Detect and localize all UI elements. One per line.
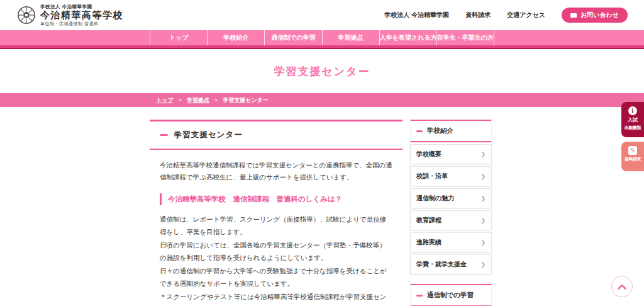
body-line: 日々の通信制の学習から大学等への受験勉強まで十分な指導を受けることができる画期的… <box>160 264 392 290</box>
chevron-right-icon: ❯ <box>480 261 486 268</box>
breadcrumb-separator: > <box>214 97 218 103</box>
material-request-label: 資料請求 <box>625 156 641 162</box>
heading-dash-icon <box>160 134 168 136</box>
nav-item-prospective-students[interactable]: 入学を希望される方 <box>380 30 437 45</box>
breadcrumb: トップ > 学習拠点 > 学習支援センター <box>0 93 644 107</box>
sidebar-item-school-overview[interactable]: 学校概要 ❯ <box>410 144 492 164</box>
scroll-to-top-button[interactable] <box>611 276 633 297</box>
header-link-material-request[interactable]: 資料請求 <box>465 11 491 20</box>
heading-dash-icon <box>416 295 423 297</box>
envelope-icon <box>570 13 577 18</box>
body-line: 通信制は、レポート学習、スクーリング（面接指導）、試験によりで単位修得をし、卒業… <box>160 213 392 239</box>
breadcrumb-link-learning-sites[interactable]: 学習拠点 <box>187 96 209 105</box>
admission-button-line1: 入試 <box>628 116 638 123</box>
breadcrumb-current: 学習支援センター <box>223 96 269 105</box>
nav-item-correspondence-learning[interactable]: 通信制での学習 <box>265 30 322 45</box>
header-utility-nav: 学校法人 今治精華学園 資料請求 交通アクセス お問い合わせ <box>384 8 628 23</box>
nav-item-school-intro[interactable]: 学校紹介 <box>208 30 265 45</box>
sidebar-item-label: 通信制の魅力 <box>416 194 454 203</box>
chevron-right-icon: ❯ <box>480 173 486 179</box>
page-title-zone: 学習支援センター <box>0 49 644 93</box>
breadcrumb-separator: > <box>179 97 182 103</box>
chevron-up-icon <box>618 284 626 290</box>
sidebar-section-correspondence-learning: 通信制での学習 スクーリング ❯ <box>410 284 492 306</box>
chevron-right-icon: ❯ <box>480 239 486 246</box>
main-nav-menu: トップ 学校紹介 通信制での学習 学習拠点 入学を希望される方 在学生・卒業生の… <box>150 30 494 45</box>
nav-item-learning-sites[interactable]: 学習拠点 <box>323 30 380 45</box>
sidebar-item-tuition-support[interactable]: 学費・就学支援金 ❯ <box>410 254 492 275</box>
contact-button-label: お問い合わせ <box>580 11 619 20</box>
sidebar-item-label: 進路実績 <box>416 238 441 247</box>
sidebar-item-label: 学費・就学支援金 <box>416 260 467 269</box>
chevron-right-icon: ❯ <box>480 195 486 201</box>
site-logo[interactable]: 学校法人 今治精華学園 今治精華高等学校 単位制・広域通信制 普通科 <box>16 4 123 27</box>
nav-item-current-students[interactable]: 在学生・卒業生の方 <box>437 30 494 45</box>
body-line: ＊スクーリングやテスト等には今治精華高等学校通信制課程が学習支援センターに出向い… <box>160 290 392 306</box>
sidebar-item-label: 教育課程 <box>416 216 441 225</box>
content-area: 学習支援センター 今治精華高等学校通信制課程では学習支援センターとの連携指導で、… <box>150 120 492 306</box>
logo-corp-line: 学校法人 今治精華学園 <box>40 4 123 9</box>
intro-paragraph: 今治精華高等学校通信制課程では学習支援センターとの連携指導で、全国の通信制課程で… <box>150 150 402 184</box>
pencil-icon: ✎ <box>628 146 637 155</box>
body-line: 日頃の学習においては、全国各地の学習支援センター（学習塾・予備校等）の施設を利用… <box>160 239 392 264</box>
sidebar-item-correspondence-appeal[interactable]: 通信制の魅力 ❯ <box>410 188 492 208</box>
school-crest-icon <box>16 5 36 25</box>
chevron-right-icon: ❯ <box>480 217 486 224</box>
sidebar-section-title: 学校紹介 <box>427 127 453 135</box>
logo-sub-line: 単位制・広域通信制 普通科 <box>40 21 123 27</box>
sidebar-section-title: 通信制での学習 <box>427 291 474 300</box>
sidebar-item-motto-history[interactable]: 校訓・沿革 ❯ <box>410 166 492 186</box>
body-paragraphs: 通信制は、レポート学習、スクーリング（面接指導）、試験によりで単位修得をし、卒業… <box>150 208 402 306</box>
logo-school-name: 今治精華高等学校 <box>40 9 123 21</box>
site-header: 学校法人 今治精華学園 今治精華高等学校 単位制・広域通信制 普通科 学校法人 … <box>0 0 644 30</box>
sub-heading: 今治精華高等学校 通信制課程 普通科のしくみは？ <box>160 193 392 205</box>
sidebar-item-curriculum[interactable]: 教育課程 ❯ <box>410 210 492 230</box>
main-nav: トップ 学校紹介 通信制での学習 学習拠点 入学を希望される方 在学生・卒業生の… <box>0 30 644 45</box>
sidebar-section-school-intro: 学校紹介 学校概要 ❯ 校訓・沿革 ❯ 通信制の魅力 ❯ 教育課程 ❯ 進路実績… <box>410 120 492 275</box>
sidebar-item-label: 学校概要 <box>416 150 441 159</box>
sidebar-section-header: 通信制での学習 <box>410 284 492 306</box>
section-heading: 学習支援センター <box>150 120 402 150</box>
sidebar-section-header: 学校紹介 <box>410 120 492 142</box>
heading-dash-icon <box>416 130 423 132</box>
nav-item-top[interactable]: トップ <box>150 30 208 45</box>
material-request-button[interactable]: ✎ 資料請求 <box>621 142 644 171</box>
admission-button-line2: 出願書類 <box>625 125 641 131</box>
admission-documents-button[interactable]: i 入試 出願書類 <box>621 102 644 137</box>
chevron-right-icon: ❯ <box>480 151 486 157</box>
info-icon: i <box>628 106 637 115</box>
sidebar-item-career-results[interactable]: 進路実績 ❯ <box>410 232 492 252</box>
page-title: 学習支援センター <box>274 64 370 79</box>
contact-button[interactable]: お問い合わせ <box>562 8 628 23</box>
section-heading-label: 学習支援センター <box>174 130 243 140</box>
header-link-corp[interactable]: 学校法人 今治精華学園 <box>384 11 449 20</box>
sidebar: 学校紹介 学校概要 ❯ 校訓・沿革 ❯ 通信制の魅力 ❯ 教育課程 ❯ 進路実績… <box>410 120 492 306</box>
breadcrumb-link-top[interactable]: トップ <box>156 96 174 105</box>
main-column: 学習支援センター 今治精華高等学校通信制課程では学習支援センターとの連携指導で、… <box>150 120 402 306</box>
sidebar-item-label: 校訓・沿革 <box>416 172 448 181</box>
header-link-access[interactable]: 交通アクセス <box>507 11 545 20</box>
